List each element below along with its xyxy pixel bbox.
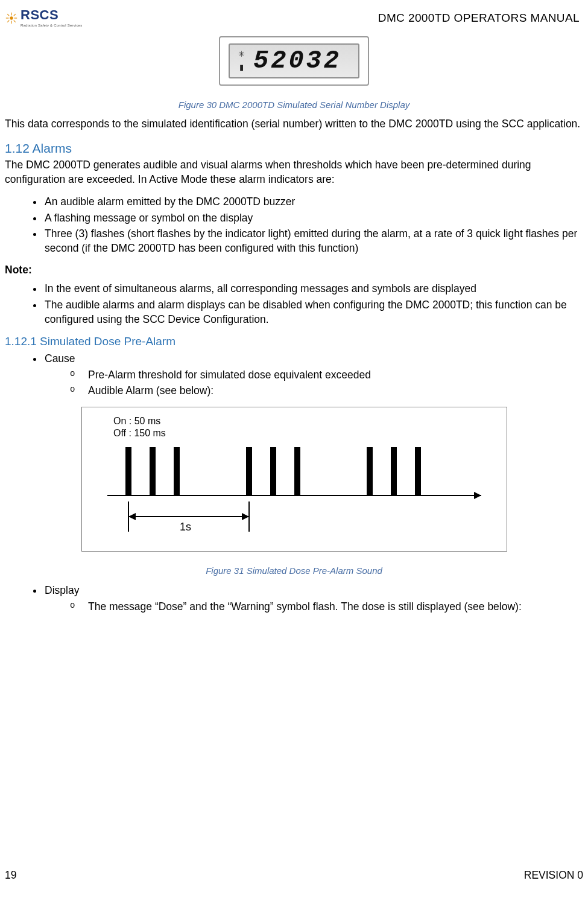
page-footer: 19 REVISION 0 (5, 868, 583, 883)
svg-rect-11 (125, 447, 131, 495)
svg-line-5 (7, 14, 9, 16)
timing-interval-label: 1s (180, 521, 191, 533)
section-1-12-heading: 1.12 Alarms (5, 140, 583, 157)
list-item: Audible Alarm (see below): (70, 384, 583, 398)
svg-line-8 (7, 21, 9, 22)
cause-label: Cause (45, 352, 75, 365)
svg-point-0 (10, 17, 13, 19)
svg-line-6 (14, 21, 16, 22)
alarm-indicators-list: An audible alarm emitted by the DMC 2000… (5, 195, 583, 256)
display-list: Display The message “Dose” and the “Warn… (5, 584, 583, 614)
list-item: In the event of simultaneous alarms, all… (43, 282, 583, 296)
display-sublist: The message “Dose” and the “Warning” sym… (45, 600, 583, 614)
lcd-serial-digits: 52032 (253, 48, 341, 74)
list-item: Three (3) flashes (short flashes by the … (43, 227, 583, 255)
svg-rect-16 (294, 447, 300, 495)
section-1-12-1-heading: 1.12.1 Simulated Dose Pre-Alarm (5, 334, 583, 349)
svg-rect-13 (174, 447, 180, 495)
figure-30-caption: Figure 30 DMC 2000TD Simulated Serial Nu… (5, 99, 583, 111)
timing-on-label: On : 50 ms (113, 416, 160, 426)
list-item: Pre-Alarm threshold for simulated dose e… (70, 368, 583, 383)
list-item: A flashing message or symbol on the disp… (43, 211, 583, 226)
document-title: DMC 2000TD OPERATORS MANUAL (378, 10, 583, 26)
cause-list: Cause Pre-Alarm threshold for simulated … (5, 352, 583, 398)
note-list: In the event of simultaneous alarms, all… (5, 282, 583, 326)
list-item: An audible alarm emitted by the DMC 2000… (43, 195, 583, 209)
svg-rect-17 (367, 447, 373, 495)
svg-marker-24 (242, 513, 249, 520)
svg-marker-23 (128, 513, 136, 520)
svg-rect-12 (150, 447, 156, 495)
svg-rect-19 (415, 447, 421, 495)
brand-name: RSCS (21, 7, 58, 22)
page-number: 19 (5, 868, 16, 883)
battery-icon: ▮ (238, 62, 245, 73)
svg-rect-15 (270, 447, 276, 495)
lcd-figure: ✳ ▮ 52032 (5, 36, 583, 86)
list-item: The audible alarms and alarm displays ca… (43, 298, 583, 326)
brand-subtitle: Radiation Safety & Control Services (21, 23, 82, 28)
document-page: RSCS Radiation Safety & Control Services… (0, 0, 588, 901)
svg-rect-14 (246, 447, 252, 495)
note-label: Note: (5, 263, 583, 278)
revision-label: REVISION 0 (524, 868, 583, 883)
satellite-icon: ✳ (238, 49, 245, 60)
brand-text: RSCS Radiation Safety & Control Services (21, 8, 82, 28)
pulse-timing-icon: On : 50 ms Off : 150 ms (89, 411, 499, 544)
timing-diagram-figure: On : 50 ms Off : 150 ms (5, 407, 583, 552)
list-item: The message “Dose” and the “Warning” sym… (70, 600, 583, 614)
figure-31-caption: Figure 31 Simulated Dose Pre-Alarm Sound (5, 565, 583, 577)
cause-item: Cause Pre-Alarm threshold for simulated … (43, 352, 583, 398)
section-1-12-intro: The DMC 2000TD generates audible and vis… (5, 158, 583, 186)
spark-icon (5, 11, 18, 25)
brand-logo: RSCS Radiation Safety & Control Services (5, 8, 82, 28)
page-header: RSCS Radiation Safety & Control Services… (5, 8, 583, 28)
lcd-annunciator-icons: ✳ ▮ (238, 49, 245, 72)
intro-paragraph: This data corresponds to the simulated i… (5, 117, 583, 132)
display-label: Display (45, 584, 79, 596)
svg-line-7 (14, 14, 16, 16)
timing-off-label: Off : 150 ms (113, 428, 166, 438)
svg-rect-18 (391, 447, 397, 495)
cause-sublist: Pre-Alarm threshold for simulated dose e… (45, 368, 583, 398)
svg-marker-10 (474, 492, 481, 499)
display-item: Display The message “Dose” and the “Warn… (43, 584, 583, 614)
